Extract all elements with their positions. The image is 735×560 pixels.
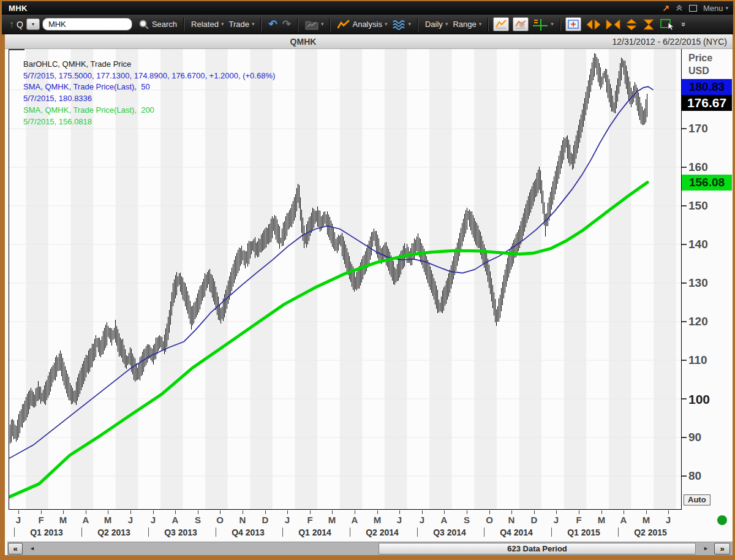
month-label: M xyxy=(101,515,115,525)
price-tick-label: 140 xyxy=(688,238,708,251)
waves-icon xyxy=(392,19,405,30)
scroll-far-right-button[interactable]: » xyxy=(714,543,730,554)
expand-horizontal-button[interactable] xyxy=(586,19,601,30)
divider xyxy=(184,18,184,31)
month-label: J xyxy=(549,515,563,525)
price-tick-mark xyxy=(682,128,687,129)
symbol-input[interactable] xyxy=(42,18,132,31)
price-tick-mark xyxy=(682,398,687,399)
price-tick-label: 80 xyxy=(688,469,701,483)
analysis-zigzag-icon xyxy=(337,20,350,29)
auto-scale-button[interactable]: Auto xyxy=(684,494,710,505)
quarter-label: Q2 2013 xyxy=(81,528,146,537)
month-tick-mark xyxy=(332,510,333,514)
line-chart-button[interactable] xyxy=(493,17,509,31)
month-tick-mark xyxy=(467,510,467,514)
month-label: J xyxy=(393,515,406,525)
selection-box-cursor-icon xyxy=(660,18,676,31)
chevron-down-icon: ▾ xyxy=(479,21,482,27)
analysis-menu[interactable]: Analysis ▾ xyxy=(337,20,387,29)
month-label: N xyxy=(505,515,518,525)
add-chart-button[interactable] xyxy=(565,17,581,31)
trade-label: Trade xyxy=(228,20,249,29)
chevron-down-icon: ▾ xyxy=(551,21,554,27)
interval-menu[interactable]: Daily ▾ xyxy=(425,20,448,29)
month-label: F xyxy=(572,515,586,525)
month-tick-mark xyxy=(489,510,490,514)
quarter-label: Q1 2015 xyxy=(551,528,616,537)
status-green-dot xyxy=(717,515,727,525)
month-label: D xyxy=(527,515,541,525)
scroll-left-arrow[interactable]: ◄ xyxy=(29,545,35,551)
price-levels-icon xyxy=(532,18,548,31)
price-tick-label: 130 xyxy=(688,276,708,290)
waves-studies-button[interactable]: ▾ xyxy=(392,19,411,30)
month-label: M xyxy=(325,515,339,525)
scrollbar-thumb[interactable]: 623 Data Period xyxy=(379,543,696,554)
month-tick-mark xyxy=(601,510,602,514)
month-label: S xyxy=(460,515,473,525)
menu-button[interactable]: Menu ▾ xyxy=(703,4,728,13)
analysis-label: Analysis xyxy=(352,20,382,29)
month-label: N xyxy=(236,515,249,525)
related-label: Related xyxy=(191,20,219,29)
redo-button[interactable]: ↷ xyxy=(282,18,291,31)
month-tick-mark xyxy=(198,510,198,514)
related-menu[interactable]: Related ▾ xyxy=(191,20,224,29)
window-icon[interactable] xyxy=(689,5,697,12)
title-bar: MHK ↗ Menu ▾ xyxy=(2,1,733,15)
divider xyxy=(261,18,262,31)
selection-box-button[interactable] xyxy=(660,18,676,31)
saved-charts-button[interactable]: ▾ xyxy=(305,19,324,30)
month-label: J xyxy=(12,515,25,525)
menu-label: Menu xyxy=(703,4,723,13)
search-icon xyxy=(138,19,149,30)
trade-menu[interactable]: Trade ▾ xyxy=(228,20,254,29)
scroll-far-left-button[interactable]: « xyxy=(8,543,23,554)
divider xyxy=(560,18,561,31)
range-menu[interactable]: Range ▾ xyxy=(453,20,481,29)
expand-vertical-icon xyxy=(625,18,638,31)
expand-vertical-button[interactable] xyxy=(625,18,638,31)
time-axis: JFMAMJJASONDJFMAMJJASONDJFMAMJQ1 2013Q2 … xyxy=(9,510,733,542)
compress-horizontal-button[interactable] xyxy=(606,19,620,30)
quarter-label: Q1 2014 xyxy=(282,528,347,537)
collapse-up-icon[interactable] xyxy=(676,4,683,12)
popout-icon[interactable]: ↗ xyxy=(662,4,669,12)
undo-icon: ↶ xyxy=(268,18,277,31)
chevron-down-icon: ▾ xyxy=(32,21,34,27)
month-tick-mark xyxy=(579,510,579,514)
price-levels-button[interactable]: ▾ xyxy=(532,18,554,31)
month-tick-mark xyxy=(18,510,19,514)
month-label: O xyxy=(483,515,496,525)
price-tick-label: 100 xyxy=(688,392,710,406)
month-label: A xyxy=(79,515,92,525)
chart-legend: BarOHLC, QMHK, Trade Price5/7/2015, 175.… xyxy=(23,59,275,127)
more-tools-chevrons-icon[interactable]: » xyxy=(679,22,688,26)
search-button[interactable]: Search xyxy=(138,19,177,30)
compress-vertical-button[interactable] xyxy=(643,18,655,31)
price-tick-label: 110 xyxy=(688,354,707,367)
symbol-dropdown[interactable]: ▾ xyxy=(26,18,40,30)
titlebar-controls: ↗ Menu ▾ xyxy=(662,2,728,13)
month-tick-mark xyxy=(556,510,557,514)
scroll-right-arrow[interactable]: ► xyxy=(703,545,709,551)
undo-button[interactable]: ↶ xyxy=(268,18,277,31)
price-tick-label: 150 xyxy=(688,199,708,213)
month-label: A xyxy=(437,515,451,525)
month-tick-mark xyxy=(220,510,221,514)
price-axis-panel[interactable]: Price USD Auto 1701601501401301201101009… xyxy=(682,49,733,510)
chart-snapshot-button[interactable] xyxy=(513,17,529,31)
divider xyxy=(488,18,489,31)
month-label: J xyxy=(662,515,675,525)
quote-type-label: Q xyxy=(17,20,23,29)
month-tick-mark xyxy=(265,510,266,514)
month-tick-mark xyxy=(646,510,647,514)
month-tick-mark xyxy=(108,510,108,514)
toolbar: ↑ Q ▾ Search Related ▾ Trade ▾ ↶ ↷ ▾ Ana… xyxy=(2,15,733,34)
quarter-label: Q2 2015 xyxy=(618,528,683,537)
time-scrollbar[interactable]: « ◄ 623 Data Period ► » xyxy=(7,542,733,555)
expand-horizontal-icon xyxy=(586,19,601,30)
month-label: M xyxy=(639,515,653,525)
range-label: Range xyxy=(453,20,476,29)
